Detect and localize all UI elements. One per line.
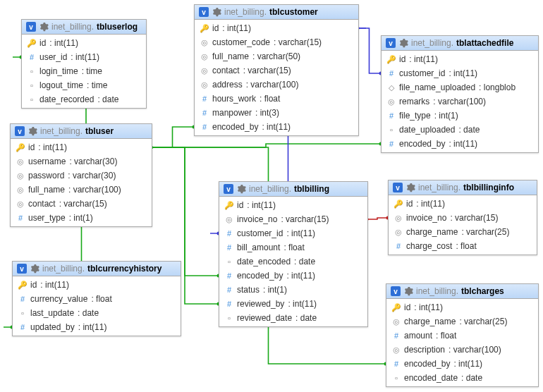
gear-icon[interactable] [28, 126, 37, 136]
column-row[interactable]: ◎contact: varchar(15) [195, 63, 358, 78]
column-row[interactable]: ▫logout_time: time [22, 78, 146, 92]
table-header[interactable]: vinet_billing.tbluser [11, 124, 152, 139]
column-type: : int(11) [262, 122, 291, 132]
column-row[interactable]: ◎invoice_no: varchar(15) [389, 211, 537, 225]
column-row[interactable]: #encoded_by: int(11) [382, 137, 538, 151]
column-row[interactable]: ◎customer_code: varchar(15) [195, 35, 358, 49]
column-name: charge_name [406, 227, 458, 237]
column-row[interactable]: ◎password: varchar(30) [11, 169, 152, 183]
column-row[interactable]: #hours_work: float [195, 92, 358, 106]
gear-icon[interactable] [403, 286, 413, 296]
column-row[interactable]: 🔑id: int(11) [11, 140, 152, 154]
column-row[interactable]: #user_type: int(1) [11, 211, 152, 225]
column-row[interactable]: ◎charge_name: varchar(25) [389, 225, 537, 239]
column-row[interactable]: #status: int(1) [219, 283, 367, 297]
column-row[interactable]: ▫date_encoded: date [219, 255, 367, 269]
table-header[interactable]: vinet_billing.tblcharges [386, 284, 538, 299]
column-name: full_name [28, 185, 65, 195]
gear-icon[interactable] [236, 184, 246, 194]
column-row[interactable]: #charge_cost: float [389, 239, 537, 253]
table-tblcharges[interactable]: vinet_billing.tblcharges🔑id: int(11)◎cha… [386, 283, 539, 387]
column-name: manpower [212, 108, 252, 118]
table-tbluser[interactable]: vinet_billing.tbluser🔑id: int(11)◎userna… [10, 123, 152, 227]
dt-icon: ▫ [28, 95, 36, 104]
column-row[interactable]: #encoded_by: int(11) [219, 269, 367, 283]
column-row[interactable]: #bill_amount: float [219, 240, 367, 255]
column-name: charge_name [404, 317, 456, 326]
column-row[interactable]: ◎invoice_no: varchar(15) [219, 212, 367, 226]
column-row[interactable]: ◎address: varchar(100) [195, 78, 358, 92]
gear-icon[interactable] [212, 7, 221, 17]
table-header[interactable]: vinet_billing.tbluserlog [22, 20, 146, 35]
column-row[interactable]: ◎username: varchar(30) [11, 154, 152, 169]
column-row[interactable]: #manpower: int(3) [195, 106, 358, 120]
table-header[interactable]: vinet_billing.tblbillinginfo [389, 180, 537, 195]
column-row[interactable]: ▫last_update: date [13, 306, 181, 320]
column-row[interactable]: ◇file_name_uploaded: longblob [382, 80, 538, 94]
column-row[interactable]: ▫date_uploaded: date [382, 123, 538, 137]
table-name: tblbillinginfo [463, 183, 514, 192]
column-row[interactable]: 🔑id: int(11) [195, 21, 358, 35]
schema-name: inet_billing. [411, 38, 453, 48]
table-tbluserlog[interactable]: vinet_billing.tbluserlog🔑id: int(11)#use… [21, 19, 147, 109]
column-row[interactable]: ▫encoded_date: date [386, 371, 538, 385]
column-name: last_update [30, 308, 74, 318]
column-name: logout_time [39, 80, 83, 90]
dt-icon: ▫ [387, 125, 396, 134]
column-row[interactable]: #amount: float [386, 329, 538, 343]
column-row[interactable]: #user_id: int(11) [22, 50, 146, 64]
column-row[interactable]: ▫reviewed_date: date [219, 311, 367, 325]
column-row[interactable]: ◎charge_name: varchar(25) [386, 314, 538, 329]
table-tblbillinginfo[interactable]: vinet_billing.tblbillinginfo🔑id: int(11)… [388, 180, 537, 255]
table-tblbilling[interactable]: vinet_billing.tblbilling🔑id: int(11)◎inv… [219, 181, 368, 327]
table-header[interactable]: vinet_billing.tblcurrencyhistory [13, 262, 181, 276]
table-tblattachedfile[interactable]: vinet_billing.tblattachedfile🔑id: int(11… [381, 35, 539, 153]
num-icon: # [16, 214, 25, 222]
table-header[interactable]: vinet_billing.tblbilling [219, 182, 367, 197]
dt-icon: ▫ [225, 314, 233, 322]
pk-icon: 🔑 [200, 24, 209, 33]
column-row[interactable]: #encoded_by: int(11) [386, 357, 538, 371]
gear-icon[interactable] [30, 264, 39, 274]
column-type: : varchar(25) [461, 227, 509, 237]
column-row[interactable]: ▫login_time: time [22, 64, 146, 78]
column-row[interactable]: 🔑id: int(11) [382, 52, 538, 66]
column-name: date_uploaded [399, 125, 455, 135]
column-row[interactable]: ◎full_name: varchar(50) [195, 49, 358, 63]
column-type: : varchar(100) [433, 97, 486, 106]
column-row[interactable]: 🔑id: int(11) [22, 36, 146, 50]
gear-icon[interactable] [405, 183, 415, 192]
table-tblcurrencyhistory[interactable]: vinet_billing.tblcurrencyhistory🔑id: int… [12, 261, 181, 336]
column-row[interactable]: ◎full_name: varchar(100) [11, 183, 152, 197]
str-icon: ◎ [200, 80, 209, 90]
str-icon: ◎ [387, 97, 396, 106]
column-row[interactable]: ◎remarks: varchar(100) [382, 94, 538, 109]
column-row[interactable]: #customer_id: int(11) [219, 226, 367, 240]
table-tblcustomer[interactable]: vinet_billing.tblcustomer🔑id: int(11)◎cu… [194, 4, 359, 136]
column-row[interactable]: ◎description: varchar(100) [386, 343, 538, 357]
column-type: : int(11) [453, 359, 482, 369]
table-header[interactable]: vinet_billing.tblattachedfile [382, 36, 538, 51]
column-row[interactable]: ▫date_recorded: date [22, 92, 146, 106]
column-row[interactable]: #encoded_by: int(11) [195, 120, 358, 134]
column-name: currency_value [30, 294, 87, 304]
column-row[interactable]: ◎contact: varchar(15) [11, 197, 152, 211]
column-row[interactable]: 🔑id: int(11) [389, 197, 537, 211]
column-row[interactable]: #currency_value: float [13, 292, 181, 306]
column-name: reviewed_by [237, 299, 284, 309]
gear-icon[interactable] [398, 38, 408, 48]
column-type: : int(11) [71, 52, 99, 62]
gear-icon[interactable] [39, 22, 49, 32]
relation-line [358, 28, 381, 73]
column-row[interactable]: #customer_id: int(11) [382, 66, 538, 80]
dt-icon: ▫ [225, 257, 233, 266]
table-name: tblbilling [294, 184, 329, 194]
column-row[interactable]: #reviewed_by: int(11) [219, 297, 367, 311]
column-row[interactable]: #file_type: int(1) [382, 109, 538, 123]
table-header[interactable]: vinet_billing.tblcustomer [195, 5, 358, 20]
column-row[interactable]: 🔑id: int(11) [13, 278, 181, 292]
column-row[interactable]: #updated_by: int(11) [13, 320, 181, 334]
column-row[interactable]: 🔑id: int(11) [386, 300, 538, 314]
column-row[interactable]: 🔑id: int(11) [219, 198, 367, 212]
pk-icon: 🔑 [392, 303, 401, 312]
